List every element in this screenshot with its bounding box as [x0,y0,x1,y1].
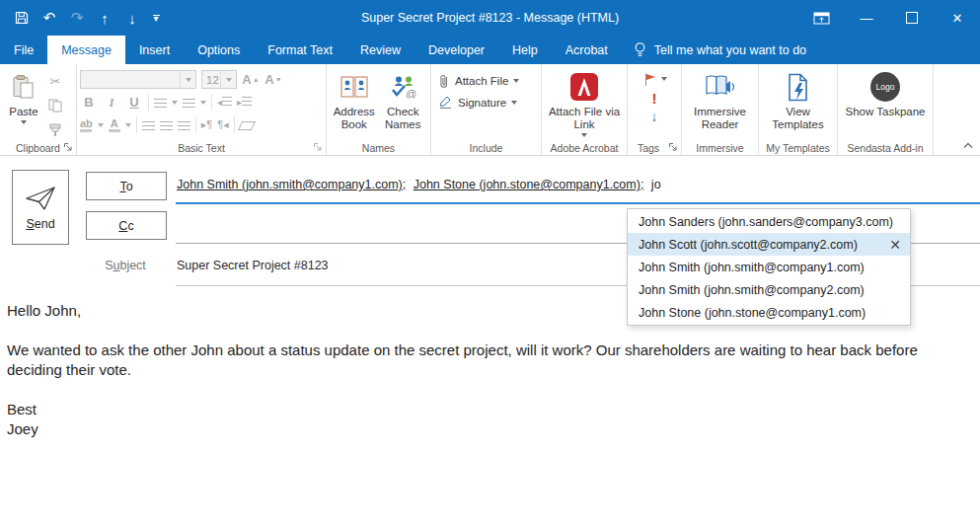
basic-text-dialog-launcher-icon[interactable] [312,141,324,153]
to-button[interactable]: To [86,172,167,200]
attach-file-button[interactable]: Attach File [438,73,534,89]
attach-link-dropdown-icon [581,133,587,137]
minimize-button[interactable]: — [844,0,889,36]
signature-button[interactable]: Signature [438,95,534,110]
adobe-acrobat-icon [569,70,599,104]
group-clipboard: Paste ✂ Clipboard [0,64,77,155]
ribbon-display-options-icon[interactable] [798,0,844,36]
include-group-label: Include [431,142,541,154]
suggestion-item-selected[interactable]: John Scott (john.scott@company2.com) ✕ [628,233,910,256]
low-importance-icon: ↓ [651,109,658,124]
to-typed-text: jo [651,178,661,191]
paste-icon [11,70,37,104]
names-group-label: Names [327,142,430,154]
italic-icon: I [103,95,120,111]
tags-dialog-launcher-icon[interactable] [667,141,679,153]
tell-me-box[interactable]: Tell me what you want to do [634,36,806,64]
send-label: Send [26,217,54,231]
suggestion-item[interactable]: John Smith (john.smith@company1.com) [628,256,910,278]
recipient-suggestions-dropdown: John Sanders (john.sanders@company3.com)… [627,208,911,326]
tab-options[interactable]: Options [184,36,254,64]
attach-file-via-link-label: Attach File via Link [545,106,624,131]
font-size-select[interactable]: 12 [201,70,237,89]
tab-message[interactable]: Message [47,36,125,64]
tab-insert[interactable]: Insert [125,36,184,64]
sendasta-logo-icon: Logo [870,70,900,104]
clear-formatting-icon [240,116,254,134]
view-templates-button[interactable]: View Templates [762,67,834,138]
clipboard-dialog-launcher-icon[interactable] [62,141,74,153]
bold-icon: B [80,95,98,110]
suggestion-item[interactable]: John Smith (john.smith@company2.com) [628,278,910,301]
signature-icon [438,95,453,110]
ribbon: Paste ✂ Clipboard [0,64,980,156]
underline-icon: U [125,95,143,110]
body-paragraph: We wanted to ask the other John about a … [7,340,956,380]
immersive-reader-button[interactable]: Immersive Reader [685,67,755,138]
to-recipient[interactable]: John Stone (john.stone@company1.com); [414,178,644,191]
follow-up-button[interactable] [642,71,667,87]
align-left-icon [142,116,155,134]
signature-label: Signature [458,97,506,109]
adobe-acrobat-group-label: Adobe Acrobat [542,142,627,154]
copy-icon [44,96,66,115]
suggestion-item[interactable]: John Stone (john.stone@company1.com) [628,301,910,324]
close-button[interactable]: ✕ [935,0,980,36]
address-book-button[interactable]: Address Book [330,67,379,138]
font-name-select[interactable] [80,70,196,89]
send-button[interactable]: Send [12,170,69,245]
tab-review[interactable]: Review [346,36,415,64]
format-painter-icon [44,120,66,140]
tab-help[interactable]: Help [498,36,552,64]
flag-icon [642,72,657,87]
show-taskpane-button[interactable]: Logo Show Taskpane [841,67,930,138]
cc-button[interactable]: Cc [86,211,167,240]
attach-file-via-link-button[interactable]: Attach File via Link [545,67,624,138]
suggestion-item[interactable]: John Sanders (john.sanders@company3.com) [628,210,910,233]
grow-font-icon: A▲ [242,72,260,87]
collapse-ribbon-icon[interactable] [960,138,976,152]
group-include: Attach File Signature Include [431,64,542,155]
group-tags: ! ↓ Tags [628,64,682,155]
attach-file-label: Attach File [455,75,508,87]
to-field[interactable]: John Smith (john.smith@company1.com); Jo… [177,178,661,191]
undo-icon[interactable]: ↶ [36,5,63,31]
immersive-reader-label: Immersive Reader [685,106,755,131]
move-down-icon[interactable]: ↓ [118,5,146,31]
font-color-icon: A [109,118,120,132]
subject-field[interactable]: Super Secret Project #8123 [177,259,329,272]
paste-button[interactable]: Paste [3,67,44,138]
remove-suggestion-icon[interactable]: ✕ [889,233,901,256]
to-recipient[interactable]: John Smith (john.smith@company1.com); [177,178,406,191]
group-adobe-acrobat: Attach File via Link Adobe Acrobat [542,64,628,155]
customize-qat-icon[interactable]: ▾ [146,5,166,31]
show-taskpane-label: Show Taskpane [846,106,926,118]
group-immersive: Immersive Reader Immersive [682,64,759,155]
shrink-font-icon: A▼ [264,72,282,87]
immersive-group-label: Immersive [682,142,758,154]
sendasta-group-label: Sendasta Add-in [838,142,933,154]
tab-file[interactable]: File [0,36,47,64]
check-names-icon: @ [389,70,416,104]
tab-developer[interactable]: Developer [415,36,498,64]
save-icon[interactable] [8,5,36,31]
high-importance-button[interactable]: ! [652,90,657,106]
tab-format-text[interactable]: Format Text [254,36,346,64]
left-to-right-icon: ▸¶ [201,118,212,131]
paste-dropdown-icon[interactable] [21,120,27,124]
signature-dropdown-icon [511,101,517,105]
check-names-label: Check Names [379,106,428,131]
tab-acrobat[interactable]: Acrobat [552,36,622,64]
move-up-icon[interactable]: ↑ [91,5,118,31]
subject-label: Subject [86,259,165,272]
low-importance-button[interactable]: ↓ [651,109,658,124]
view-templates-label: View Templates [762,106,834,131]
check-names-button[interactable]: @ Check Names [379,67,428,138]
address-book-icon [340,70,368,104]
tell-me-label: Tell me what you want to do [654,43,806,57]
decrease-indent-icon: ◂ [217,97,232,108]
group-names: Address Book @ Check Names Names [327,64,431,155]
maximize-button[interactable] [889,0,935,36]
paperclip-icon [438,73,450,89]
svg-text:@: @ [406,88,416,99]
